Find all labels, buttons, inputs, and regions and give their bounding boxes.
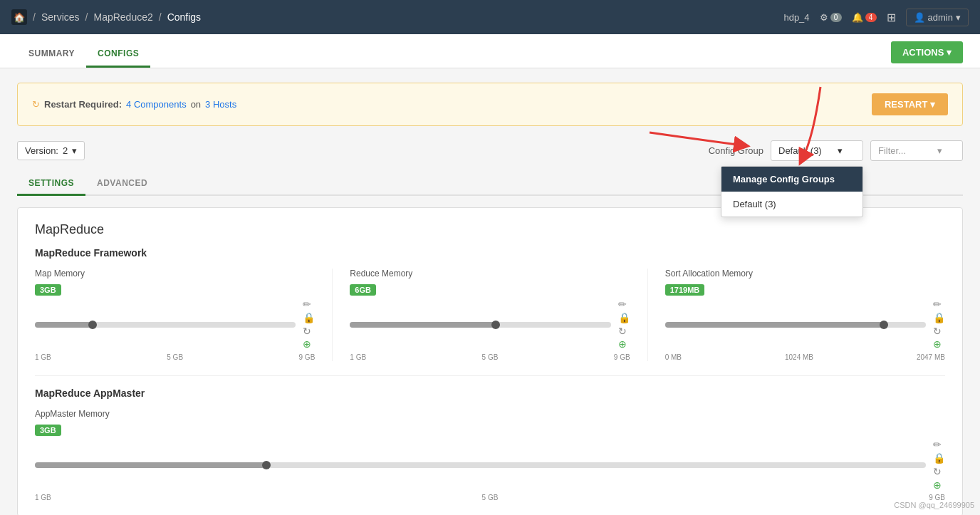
framework-title: MapReduce Framework: [35, 247, 945, 259]
appmaster-memory-value: 3GB: [35, 425, 61, 436]
sort-scale-min: 0 MB: [665, 353, 682, 361]
refresh-icon: ↻: [32, 99, 40, 110]
breadcrumb-services[interactable]: Services: [41, 11, 80, 23]
sort-memory-add-icon[interactable]: ⊕: [933, 338, 945, 350]
nav-right-area: hdp_4 ⚙ 0 🔔 4 ⊞ 👤 admin ▾: [783, 9, 969, 26]
tab-settings[interactable]: SETTINGS: [17, 172, 85, 196]
sort-memory-thumb[interactable]: [880, 321, 888, 329]
sub-header: SUMMARY CONFIGS ACTIONS ▾: [0, 34, 980, 68]
reduce-memory-track[interactable]: [350, 322, 610, 328]
map-memory-track[interactable]: [35, 322, 296, 328]
config-group-dropdown: Manage Config Groups Default (3): [721, 166, 863, 217]
config-group-select[interactable]: Default (3) ▾: [771, 140, 863, 161]
map-memory-value: 3GB: [35, 284, 61, 296]
components-link[interactable]: 4 Components: [126, 99, 187, 110]
reduce-memory-add-icon[interactable]: ⊕: [618, 338, 630, 350]
apps-grid-button[interactable]: ⊞: [887, 11, 896, 24]
config-controls: Version: 2 ▾ Config Group Default (3) ▾ …: [17, 140, 963, 161]
map-memory-add-icon[interactable]: ⊕: [303, 338, 315, 350]
map-memory-thumb[interactable]: [88, 321, 97, 329]
reduce-memory-lock-icon[interactable]: 🔒: [618, 312, 630, 324]
map-memory-reset-icon[interactable]: ↻: [303, 326, 315, 338]
map-scale-mid: 5 GB: [167, 353, 183, 361]
bell-icon: 🔔: [852, 12, 863, 23]
version-select[interactable]: Version: 2 ▾: [17, 141, 85, 160]
sort-memory-slider-col: Sort Allocation Memory 1719MB ✏ 🔒 ↻ ⊕: [665, 269, 945, 361]
appmaster-memory-scale: 1 GB 5 GB 9 GB: [35, 494, 945, 501]
sort-memory-reset-icon[interactable]: ↻: [933, 326, 945, 338]
sort-scale-max: 2047 MB: [917, 353, 945, 361]
map-memory-scale: 1 GB 5 GB 9 GB: [35, 353, 315, 361]
sort-memory-label: Sort Allocation Memory: [665, 269, 945, 279]
appmaster-memory-fill: [35, 462, 266, 468]
sort-scale-mid: 1024 MB: [785, 353, 813, 361]
admin-dropdown-button[interactable]: 👤 admin ▾: [906, 9, 969, 26]
map-memory-lock-icon[interactable]: 🔒: [303, 312, 315, 324]
home-icon[interactable]: 🏠: [11, 9, 27, 25]
map-memory-actions: ✏ 🔒 ↻ ⊕: [303, 298, 315, 350]
restart-text: ↻ Restart Required: 4 Components on 3 Ho…: [32, 99, 236, 110]
tab-configs[interactable]: CONFIGS: [86, 40, 150, 68]
reduce-scale-max: 9 GB: [614, 353, 630, 361]
map-memory-edit-icon[interactable]: ✏: [303, 298, 315, 311]
reduce-memory-reset-icon[interactable]: ↻: [618, 326, 630, 338]
appmaster-slider-row: ✏ 🔒 ↻ ⊕: [35, 439, 945, 491]
appmaster-lock-icon[interactable]: 🔒: [933, 452, 945, 464]
restart-required-label: Restart Required:: [44, 99, 122, 110]
sort-memory-edit-icon[interactable]: ✏: [933, 298, 945, 311]
sort-memory-fill: [665, 322, 885, 328]
hosts-link[interactable]: 3 Hosts: [205, 99, 236, 110]
sort-memory-lock-icon[interactable]: 🔒: [933, 312, 945, 324]
appmaster-reset-icon[interactable]: ↻: [933, 466, 945, 478]
map-memory-label: Map Memory: [35, 269, 315, 279]
map-scale-max: 9 GB: [299, 353, 316, 361]
sort-memory-track-row: ✏ 🔒 ↻ ⊕: [665, 298, 945, 350]
map-memory-slider-col: Map Memory 3GB ✏ 🔒 ↻ ⊕ 1 GB: [35, 269, 333, 361]
user-icon: 👤: [914, 12, 925, 23]
reduce-memory-track-row: ✏ 🔒 ↻ ⊕: [350, 298, 630, 350]
version-label: Version:: [25, 145, 58, 156]
tab-advanced[interactable]: ADVANCED: [85, 172, 159, 196]
appmaster-memory-track[interactable]: [35, 462, 926, 468]
version-value: 2: [63, 145, 68, 156]
breadcrumb-mapreduce2[interactable]: MapReduce2: [93, 11, 152, 23]
reduce-memory-edit-icon[interactable]: ✏: [618, 298, 630, 311]
appmaster-edit-icon[interactable]: ✏: [933, 439, 945, 451]
alerts-count-badge: 4: [865, 13, 877, 22]
breadcrumb-area: 🏠 / Services / MapReduce2 / Configs: [11, 9, 201, 25]
restart-banner: ↻ Restart Required: 4 Components on 3 Ho…: [17, 83, 963, 126]
ops-button[interactable]: ⚙ 0: [820, 12, 842, 23]
sort-memory-actions: ✏ 🔒 ↻ ⊕: [933, 298, 945, 350]
actions-button[interactable]: ACTIONS ▾: [891, 41, 963, 63]
appmaster-add-icon[interactable]: ⊕: [933, 479, 945, 491]
reduce-memory-thumb[interactable]: [491, 321, 500, 329]
gear-icon: ⚙: [820, 12, 828, 23]
ops-count-badge: 0: [830, 13, 842, 22]
alerts-button[interactable]: 🔔 4: [852, 12, 877, 23]
chevron-down-icon: ▾: [72, 145, 77, 156]
reduce-memory-value: 6GB: [350, 284, 376, 296]
watermark: CSDN @qq_24699905: [894, 501, 974, 509]
restart-button[interactable]: RESTART ▾: [872, 93, 948, 115]
reduce-scale-mid: 5 GB: [482, 353, 499, 361]
tab-summary[interactable]: SUMMARY: [17, 40, 86, 68]
on-text: on: [191, 99, 201, 110]
map-memory-track-row: ✏ 🔒 ↻ ⊕: [35, 298, 315, 350]
dropdown-manage-config-groups[interactable]: Manage Config Groups: [721, 167, 862, 192]
sort-memory-track[interactable]: [665, 322, 926, 328]
appmaster-title: MapReduce AppMaster: [35, 387, 945, 399]
map-memory-fill: [35, 322, 93, 328]
config-group-label: Config Group: [709, 145, 763, 156]
filter-input[interactable]: Filter... ▾: [870, 140, 963, 161]
reduce-memory-label: Reduce Memory: [350, 269, 630, 279]
dropdown-default[interactable]: Default (3): [721, 192, 862, 217]
mapreduce-title: MapReduce: [35, 222, 945, 237]
filter-placeholder: Filter...: [878, 145, 906, 156]
grid-icon: ⊞: [887, 11, 896, 24]
main-tabs: SUMMARY CONFIGS: [17, 40, 150, 68]
reduce-scale-min: 1 GB: [350, 353, 366, 361]
map-scale-min: 1 GB: [35, 353, 51, 361]
mapreduce-config-card: MapReduce MapReduce Framework Map Memory…: [17, 207, 963, 515]
appmaster-memory-thumb[interactable]: [262, 461, 271, 469]
cluster-name[interactable]: hdp_4: [783, 12, 809, 23]
